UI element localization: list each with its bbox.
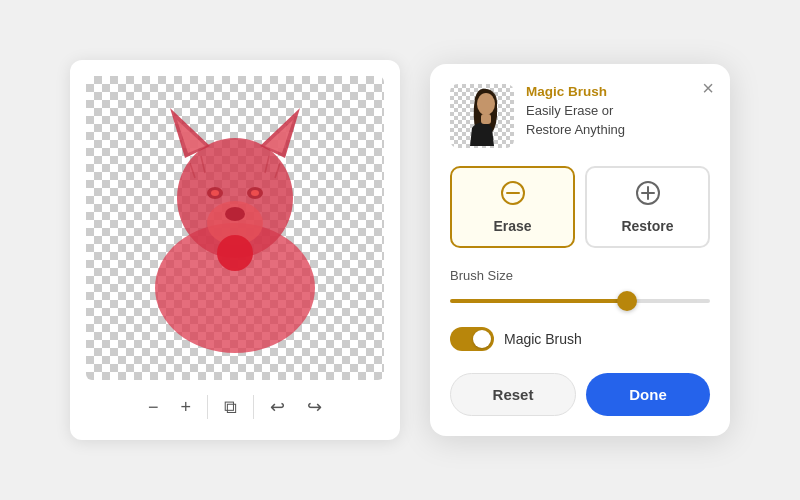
- erase-icon: [500, 180, 526, 212]
- done-button[interactable]: Done: [586, 373, 710, 416]
- preview-title: Magic Brush: [526, 84, 710, 99]
- svg-point-9: [211, 190, 219, 196]
- magic-brush-toggle[interactable]: [450, 327, 494, 351]
- brush-size-label: Brush Size: [450, 268, 710, 283]
- magic-brush-dialog: ×: [430, 64, 730, 436]
- svg-point-18: [477, 93, 495, 115]
- restore-button[interactable]: Restore: [585, 166, 710, 248]
- preview-thumbnail: [450, 84, 514, 148]
- zoom-out-button[interactable]: −: [142, 393, 165, 422]
- mode-buttons: Erase Restore: [450, 166, 710, 248]
- undo-button[interactable]: ↩: [264, 392, 291, 422]
- svg-point-7: [225, 207, 245, 221]
- erase-button[interactable]: Erase: [450, 166, 575, 248]
- preview-card: Magic Brush Easily Erase or Restore Anyt…: [450, 84, 710, 148]
- toggle-knob: [473, 330, 491, 348]
- canvas-image-area: [86, 76, 384, 380]
- toolbar-divider-1: [207, 395, 208, 419]
- slider-track: [450, 299, 710, 303]
- preview-subtitle: Easily Erase or Restore Anything: [526, 102, 710, 140]
- layers-button[interactable]: ⧉: [218, 393, 243, 422]
- restore-icon: [635, 180, 661, 212]
- magic-brush-row: Magic Brush: [450, 327, 710, 351]
- person-silhouette: [450, 84, 514, 148]
- svg-point-11: [251, 190, 259, 196]
- reset-button[interactable]: Reset: [450, 373, 576, 416]
- wolf-illustration: [115, 98, 355, 358]
- preview-info: Magic Brush Easily Erase or Restore Anyt…: [526, 84, 710, 140]
- toolbar-divider-2: [253, 395, 254, 419]
- close-button[interactable]: ×: [702, 78, 714, 98]
- redo-button[interactable]: ↪: [301, 392, 328, 422]
- svg-point-12: [217, 235, 253, 271]
- brush-size-section: Brush Size: [450, 268, 710, 311]
- slider-thumb: [617, 291, 637, 311]
- erase-label: Erase: [493, 218, 531, 234]
- canvas-toolbar: − + ⧉ ↩ ↪: [142, 392, 328, 422]
- brush-size-slider[interactable]: [450, 291, 710, 311]
- svg-rect-19: [481, 114, 491, 124]
- magic-brush-label: Magic Brush: [504, 331, 582, 347]
- canvas-panel: − + ⧉ ↩ ↪: [70, 60, 400, 440]
- action-buttons: Reset Done: [450, 373, 710, 416]
- restore-label: Restore: [621, 218, 673, 234]
- zoom-in-button[interactable]: +: [175, 393, 198, 422]
